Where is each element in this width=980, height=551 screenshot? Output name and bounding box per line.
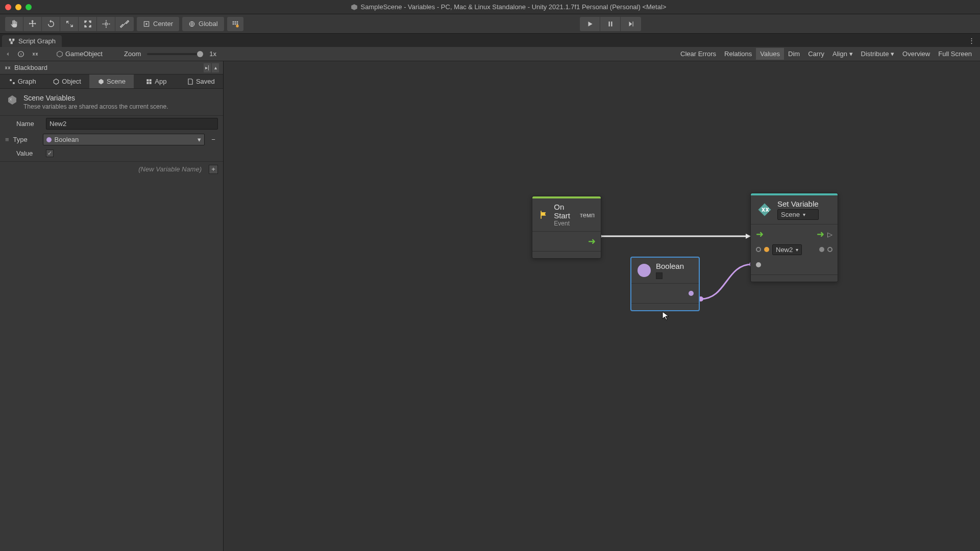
variable-scope-dropdown[interactable]: Scene▾ — [777, 209, 819, 220]
variable-node-icon — [757, 202, 772, 217]
svg-rect-12 — [147, 79, 149, 81]
script-graph-tab[interactable]: Script Graph — [2, 35, 62, 47]
tab-object[interactable]: Object — [44, 74, 89, 88]
node-set-variable[interactable]: Set Variable Scene▾ ➜ ➜ ▷ New2▾ — [750, 193, 838, 282]
hand-tool-button[interactable] — [5, 17, 23, 31]
boolean-value-checkbox[interactable] — [656, 272, 663, 279]
variable-type-row: ≡ Type Boolean ▾ − — [0, 132, 223, 147]
pause-button[interactable] — [600, 17, 621, 31]
svg-rect-11 — [13, 82, 15, 84]
svg-rect-5 — [9, 38, 11, 40]
scope-title: Scene Variables — [23, 94, 168, 102]
relations-toggle[interactable]: Relations — [720, 48, 756, 60]
boolean-type-icon — [638, 264, 651, 277]
flow-output-port[interactable]: ➜ — [588, 236, 596, 247]
add-variable-button[interactable]: + — [209, 165, 218, 174]
pivot-center-toggle[interactable]: Center — [137, 17, 179, 31]
svg-rect-6 — [12, 38, 14, 40]
zoom-slider[interactable] — [147, 53, 203, 55]
rect-tool-button[interactable] — [79, 17, 97, 31]
dim-toggle[interactable]: Dim — [784, 48, 804, 60]
breadcrumb-gameobject[interactable]: GameObject — [56, 50, 103, 58]
tab-app[interactable]: App — [134, 74, 178, 88]
nav-back-button[interactable] — [4, 51, 11, 58]
graph-info-button[interactable]: i — [17, 51, 24, 58]
node-header: Boolean — [631, 258, 699, 283]
collapse-panel-button[interactable]: ▸| — [204, 63, 211, 72]
name-input-port[interactable] — [756, 247, 761, 252]
scale-tool-button[interactable] — [60, 17, 79, 31]
tab-saved[interactable]: Saved — [179, 74, 223, 88]
move-tool-button[interactable] — [23, 17, 42, 31]
svg-rect-13 — [150, 79, 152, 81]
play-button[interactable] — [580, 17, 600, 31]
tab-scene[interactable]: Scene — [89, 74, 134, 88]
tab-graph[interactable]: Graph — [0, 74, 44, 88]
pivot-center-label: Center — [153, 20, 173, 28]
new-variable-row: (New Variable Name) + — [0, 161, 223, 177]
window-tab-row: Script Graph ⋮ — [0, 34, 980, 47]
svg-rect-15 — [150, 82, 152, 84]
node-boolean-literal[interactable]: Boolean — [631, 257, 699, 311]
expand-panel-button[interactable]: ▴ — [212, 63, 219, 72]
flow-output-port[interactable]: ➜ — [817, 229, 824, 240]
new-variable-placeholder[interactable]: (New Variable Name) — [5, 164, 205, 174]
boolean-type-icon — [46, 137, 52, 142]
traffic-lights — [5, 4, 32, 10]
variable-type-dropdown[interactable]: Boolean ▾ — [43, 134, 205, 145]
value-input-port[interactable] — [756, 262, 761, 267]
custom-tool-button[interactable] — [115, 17, 134, 31]
node-subtitle: Event — [554, 220, 575, 227]
maximize-window-icon[interactable] — [26, 4, 32, 10]
tab-context-menu[interactable]: ⋮ — [963, 34, 980, 47]
clear-errors-button[interactable]: Clear Errors — [676, 48, 720, 60]
graph-canvas[interactable]: On Start Event темп ➜ Set Variable Scene… — [224, 61, 980, 551]
values-toggle[interactable]: Values — [756, 48, 784, 60]
flow-input-port[interactable]: ➜ — [756, 229, 764, 240]
value-checkbox[interactable]: ✓ — [46, 149, 54, 157]
svg-rect-14 — [147, 82, 149, 84]
distribute-dropdown[interactable]: Distribute ▾ — [857, 48, 899, 60]
title-bar: SampleScene - Variables - PC, Mac & Linu… — [0, 0, 980, 14]
snap-toggle[interactable] — [227, 17, 243, 31]
remove-variable-button[interactable]: − — [209, 136, 218, 143]
svg-rect-10 — [10, 79, 12, 81]
breadcrumb-label: GameObject — [65, 50, 103, 58]
transform-tool-button[interactable] — [97, 17, 115, 31]
node-header: On Start Event темп — [532, 198, 601, 231]
overview-button[interactable]: Overview — [898, 48, 934, 60]
blackboard-icon — [4, 64, 11, 71]
pivot-global-label: Global — [199, 20, 218, 28]
align-dropdown[interactable]: Align ▾ — [828, 48, 857, 60]
unity-logo-icon — [351, 4, 358, 11]
rotate-tool-button[interactable] — [42, 17, 60, 31]
value-output-port[interactable] — [819, 247, 824, 252]
zoom-control: Zoom 1x — [124, 50, 216, 58]
window-title: SampleScene - Variables - PC, Mac & Linu… — [42, 3, 975, 11]
step-button[interactable] — [621, 17, 641, 31]
value-label: Value — [16, 149, 42, 157]
minimize-window-icon[interactable] — [15, 4, 21, 10]
svg-rect-7 — [11, 42, 13, 44]
drag-handle-icon[interactable]: ≡ — [5, 136, 9, 143]
out-port-extra[interactable] — [827, 247, 832, 252]
transform-tools — [5, 17, 134, 31]
flow-out-tri[interactable]: ▷ — [827, 231, 832, 238]
variable-name-row: Name — [0, 116, 223, 132]
center-icon — [143, 20, 150, 28]
carry-toggle[interactable]: Carry — [804, 48, 828, 60]
node-header: Set Variable Scene▾ — [751, 195, 838, 224]
fullscreen-button[interactable]: Full Screen — [934, 48, 976, 60]
variable-name-input[interactable] — [46, 118, 218, 130]
node-title: Set Variable — [777, 199, 819, 208]
variable-name-dropdown[interactable]: New2▾ — [772, 244, 802, 255]
graph-tab-icon — [8, 38, 15, 45]
pivot-global-toggle[interactable]: Global — [182, 17, 224, 31]
grid-snap-icon — [231, 20, 239, 28]
name-type-icon — [764, 247, 769, 252]
scene-variables-icon — [6, 94, 18, 106]
node-on-start[interactable]: On Start Event темп ➜ — [532, 196, 601, 259]
value-output-port[interactable] — [689, 291, 694, 296]
graph-variables-button[interactable] — [31, 51, 40, 58]
close-window-icon[interactable] — [5, 4, 11, 10]
